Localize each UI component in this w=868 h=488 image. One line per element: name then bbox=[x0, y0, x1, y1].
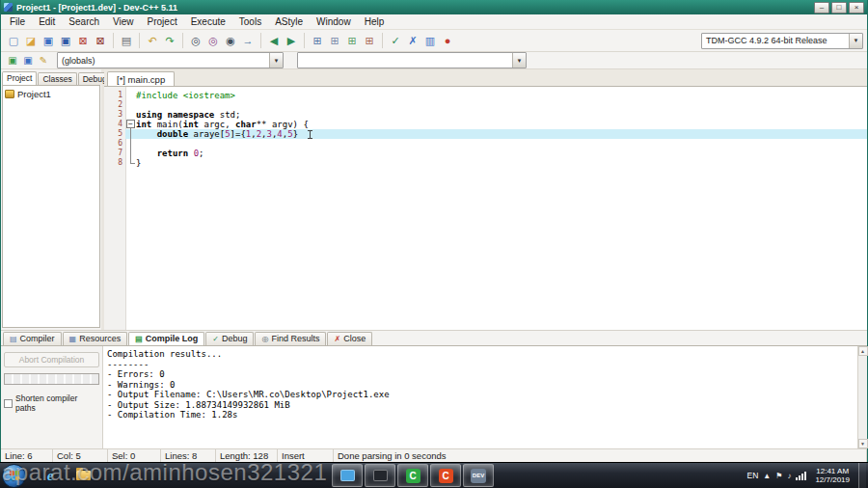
back-icon[interactable]: ◀ bbox=[265, 32, 283, 49]
project-tree[interactable]: Project1 bbox=[2, 85, 100, 328]
compile-current-icon[interactable]: ▣ bbox=[5, 53, 20, 68]
shorten-paths-checkbox[interactable] bbox=[4, 399, 13, 408]
compile-log-output[interactable]: Compilation results...--------- Errors: … bbox=[103, 346, 857, 448]
taskbar-app-green-c[interactable]: C bbox=[397, 464, 428, 487]
compiler-select[interactable]: TDM-GCC 4.9.2 64-bit Release ▼ bbox=[701, 33, 863, 49]
menu-search[interactable]: Search bbox=[62, 15, 106, 28]
menu-help[interactable]: Help bbox=[358, 15, 392, 28]
close-button[interactable]: × bbox=[849, 2, 864, 14]
run-icon[interactable]: ● bbox=[439, 32, 456, 49]
close-file-icon[interactable]: ⊠ bbox=[74, 32, 92, 49]
menu-project[interactable]: Project bbox=[141, 15, 184, 28]
app-letter-glyph: C bbox=[439, 469, 453, 483]
tab-close[interactable]: ✗Close bbox=[327, 332, 372, 345]
editor-tab-bar: [*] main.cpp bbox=[104, 69, 867, 86]
code-line[interactable]: 6 bbox=[104, 139, 867, 149]
taskbar-app-devcpp[interactable]: DEV bbox=[463, 464, 494, 487]
goto-line-icon[interactable]: → bbox=[239, 32, 257, 49]
start-button[interactable] bbox=[2, 464, 26, 488]
code-line[interactable]: 8} bbox=[104, 158, 867, 168]
code-line[interactable]: 3using namespace std; bbox=[104, 110, 867, 120]
minimize-button[interactable]: – bbox=[814, 2, 829, 14]
save-all-icon[interactable]: ▣ bbox=[57, 32, 74, 49]
scroll-down-icon[interactable]: ▼ bbox=[858, 439, 868, 448]
code-line[interactable]: 1#include <iostream> bbox=[104, 91, 867, 100]
close-all-icon[interactable]: ⊠ bbox=[92, 32, 109, 49]
forward-icon[interactable]: ▶ bbox=[283, 32, 300, 49]
tab-main-cpp[interactable]: [*] main.cpp bbox=[107, 71, 175, 86]
window-controls: – □ × bbox=[814, 2, 864, 14]
tray-icons: ▲⚑♪ bbox=[763, 472, 791, 480]
code-line[interactable]: 4−int main(int argc, char** argv) { bbox=[104, 120, 867, 129]
show-desktop-button[interactable] bbox=[858, 463, 866, 488]
menu-execute[interactable]: Execute bbox=[184, 15, 232, 28]
insert-icon[interactable]: ✎ bbox=[36, 53, 51, 68]
log-line: - Errors: 0 bbox=[107, 369, 854, 380]
network-icon[interactable] bbox=[796, 471, 806, 480]
tab-resources[interactable]: ▦Resources bbox=[63, 332, 128, 345]
taskbar-ie-icon[interactable]: e bbox=[35, 464, 66, 487]
compile-icon[interactable]: ✓ bbox=[387, 32, 404, 49]
line-number: 3 bbox=[104, 110, 125, 120]
profile-icon[interactable]: ▥ bbox=[421, 32, 439, 49]
open-project-icon[interactable]: ⊞ bbox=[326, 32, 343, 49]
find-icon[interactable]: ◎ bbox=[187, 32, 204, 49]
project-tree-item[interactable]: Project1 bbox=[5, 89, 97, 99]
menu-window[interactable]: Window bbox=[310, 15, 358, 28]
maximize-button[interactable]: □ bbox=[831, 2, 847, 14]
log-scrollbar[interactable]: ▲ ▼ bbox=[857, 346, 867, 448]
scroll-up-icon[interactable]: ▲ bbox=[858, 346, 868, 356]
volume-icon[interactable]: ♪ bbox=[787, 472, 791, 480]
taskbar-app-media[interactable] bbox=[332, 464, 363, 487]
chevron-down-icon[interactable]: ▼ bbox=[269, 53, 283, 68]
globals-select[interactable]: (globals) ▼ bbox=[57, 52, 284, 68]
open-file-icon[interactable]: ◪ bbox=[22, 32, 40, 49]
tab-compile-log[interactable]: ▤Compile Log bbox=[128, 332, 204, 345]
fold-collapse-icon[interactable]: − bbox=[126, 120, 135, 128]
code-line[interactable]: 7 return 0; bbox=[104, 149, 867, 158]
taskbar-app-player[interactable] bbox=[365, 464, 395, 487]
code-token: ]={ bbox=[231, 129, 246, 139]
fold-marker bbox=[125, 129, 136, 139]
menu-file[interactable]: File bbox=[3, 15, 32, 28]
tab-classes[interactable]: Classes bbox=[38, 72, 76, 85]
tab-compiler[interactable]: ▤Compiler bbox=[3, 332, 62, 345]
find-next-icon[interactable]: ◉ bbox=[222, 32, 239, 49]
tab-project[interactable]: Project bbox=[2, 71, 37, 85]
add-to-project-icon[interactable]: ⊞ bbox=[343, 32, 361, 49]
hidden-icons-chevron[interactable]: ▲ bbox=[763, 472, 771, 480]
undo-icon[interactable]: ↶ bbox=[144, 32, 161, 49]
taskbar-clock[interactable]: 12:41 AM 12/7/2019 bbox=[815, 467, 850, 484]
new-project-icon[interactable]: ⊞ bbox=[309, 32, 326, 49]
shorten-paths-option[interactable]: Shorten compiler paths bbox=[4, 393, 99, 413]
chevron-down-icon[interactable]: ▼ bbox=[512, 53, 526, 68]
tab-label: Compile Log bbox=[146, 334, 199, 343]
menu-astyle[interactable]: AStyle bbox=[268, 15, 310, 28]
tab-debug[interactable]: ✓Debug bbox=[205, 332, 254, 345]
chevron-down-icon[interactable]: ▼ bbox=[849, 34, 862, 48]
save-icon[interactable]: ▣ bbox=[40, 32, 57, 49]
taskbar-app-orange-c[interactable]: C bbox=[430, 464, 461, 487]
language-indicator[interactable]: EN bbox=[747, 471, 759, 480]
remove-from-project-icon[interactable]: ⊞ bbox=[361, 32, 378, 49]
members-select[interactable]: ▼ bbox=[297, 52, 527, 68]
redo-icon[interactable]: ↷ bbox=[161, 32, 178, 49]
toolbar-separator bbox=[260, 33, 261, 48]
clean-icon[interactable]: ✗ bbox=[404, 32, 421, 49]
fold-marker bbox=[125, 100, 136, 110]
replace-icon[interactable]: ◎ bbox=[204, 32, 222, 49]
abort-compilation-button[interactable]: Abort Compilation bbox=[4, 352, 99, 367]
menu-tools[interactable]: Tools bbox=[232, 15, 268, 28]
action-center-flag-icon[interactable]: ⚑ bbox=[775, 472, 782, 480]
menu-edit[interactable]: Edit bbox=[32, 15, 62, 28]
taskbar-explorer-icon[interactable] bbox=[68, 464, 98, 487]
title-bar[interactable]: Project1 - [Project1.dev] - Dev-C++ 5.11… bbox=[1, 0, 867, 14]
code-editor[interactable]: 1#include <iostream>23using namespace st… bbox=[104, 86, 867, 330]
new-file-icon[interactable]: ▢ bbox=[5, 32, 22, 49]
code-line[interactable]: 5 double araye[5]={1,2,3,4,5} bbox=[104, 129, 867, 139]
code-line[interactable]: 2 bbox=[104, 100, 867, 110]
menu-view[interactable]: View bbox=[106, 15, 141, 28]
print-icon[interactable]: ▤ bbox=[118, 32, 135, 49]
tab-find-results[interactable]: ◎Find Results bbox=[255, 332, 326, 345]
syntax-check-icon[interactable]: ▣ bbox=[20, 53, 36, 68]
